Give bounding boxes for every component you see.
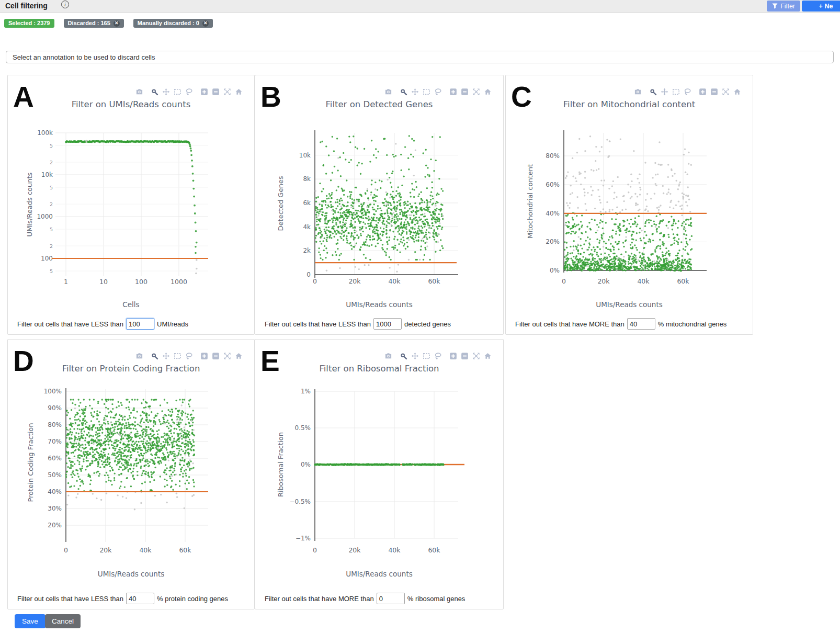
zoom-out-icon[interactable] xyxy=(212,88,220,96)
plot-area-genes[interactable]: 02k4k6k8k10k020k40k60kDetected Genes xyxy=(255,120,504,300)
zoom-icon[interactable] xyxy=(151,352,158,360)
pan-icon[interactable] xyxy=(411,352,419,360)
svg-text:40k: 40k xyxy=(139,546,152,554)
svg-text:30%: 30% xyxy=(48,505,62,512)
protein-threshold-input[interactable] xyxy=(126,593,154,604)
x-axis-label-b: UMIs/Reads counts xyxy=(255,300,503,309)
pan-icon[interactable] xyxy=(411,88,419,96)
svg-text:60k: 60k xyxy=(677,277,689,285)
cancel-button[interactable]: Cancel xyxy=(45,614,81,628)
pan-icon[interactable] xyxy=(661,88,668,96)
svg-text:60k: 60k xyxy=(428,277,440,285)
pan-icon[interactable] xyxy=(162,352,170,360)
download-plot-icon[interactable] xyxy=(634,88,642,96)
reset-axes-icon[interactable] xyxy=(484,88,492,96)
zoom-out-icon[interactable] xyxy=(212,352,220,360)
lasso-select-icon[interactable] xyxy=(185,88,193,96)
panel-umi-filter: A Filter on UMIs/Reads counts 100k10k100… xyxy=(7,75,255,335)
autoscale-icon[interactable] xyxy=(223,88,231,96)
filter-row-a: Filter out cells that have LESS than UMI… xyxy=(17,318,188,330)
svg-text:50%: 50% xyxy=(48,471,62,479)
zoom-out-icon[interactable] xyxy=(710,88,718,96)
discarded-count-badge: Discarded : 165 ✕ xyxy=(64,19,124,28)
umi-threshold-input[interactable] xyxy=(126,318,154,330)
box-select-icon[interactable] xyxy=(174,88,181,96)
svg-text:0%: 0% xyxy=(550,267,560,274)
box-select-icon[interactable] xyxy=(423,88,430,96)
zoom-out-icon[interactable] xyxy=(461,88,469,96)
plot-area-protein[interactable]: 100%90%80%70%60%50%40%30%20%020k40k60kPr… xyxy=(8,384,255,564)
selected-count-badge: Selected : 2379 xyxy=(4,19,54,28)
autoscale-icon[interactable] xyxy=(472,352,480,360)
zoom-out-icon[interactable] xyxy=(461,352,469,360)
svg-text:40k: 40k xyxy=(388,277,401,285)
selected-count-label: Selected : 2379 xyxy=(8,20,50,27)
chart-svg: 100%90%80%70%60%50%40%30%20%020k40k60kPr… xyxy=(8,384,255,562)
box-select-icon[interactable] xyxy=(672,88,680,96)
plot-modebar xyxy=(630,88,741,96)
download-plot-icon[interactable] xyxy=(384,88,392,96)
zoom-icon[interactable] xyxy=(151,88,158,96)
filter-text-after-a: UMI/reads xyxy=(157,320,188,328)
lasso-select-icon[interactable] xyxy=(434,352,442,360)
discarded-close-icon[interactable]: ✕ xyxy=(113,20,120,27)
svg-text:10k: 10k xyxy=(41,171,53,178)
save-button[interactable]: Save xyxy=(15,614,46,628)
filter-row-c: Filter out cells that have MORE than % m… xyxy=(515,318,727,330)
annotation-select[interactable]: Select an annotation to be used to disca… xyxy=(6,51,834,63)
autoscale-icon[interactable] xyxy=(223,352,231,360)
pan-icon[interactable] xyxy=(162,88,170,96)
svg-text:−0.5%: −0.5% xyxy=(289,498,311,505)
zoom-icon[interactable] xyxy=(649,88,657,96)
svg-text:Mitochondrial content: Mitochondrial content xyxy=(526,164,534,239)
plot-area-umi[interactable]: 100k10k100010052525251101001000UMIs/Read… xyxy=(8,120,255,300)
plot-title-d: Filter on Protein Coding Fraction xyxy=(8,364,254,374)
plot-area-ribo[interactable]: 1%0.5%0%−0.5%−1%020k40k60kRibosomal Frac… xyxy=(255,384,504,564)
download-plot-icon[interactable] xyxy=(135,352,143,360)
zoom-icon[interactable] xyxy=(400,88,407,96)
lasso-select-icon[interactable] xyxy=(185,352,193,360)
filter-button[interactable]: Filter xyxy=(767,1,800,12)
lasso-select-icon[interactable] xyxy=(684,88,691,96)
zoom-icon[interactable] xyxy=(400,352,407,360)
reset-axes-icon[interactable] xyxy=(235,352,243,360)
svg-text:100: 100 xyxy=(41,255,53,262)
filter-text-before-d: Filter out cells that have LESS than xyxy=(17,595,123,603)
ribo-threshold-input[interactable] xyxy=(377,593,405,604)
svg-text:0.5%: 0.5% xyxy=(295,424,311,432)
filter-button-label: Filter xyxy=(780,3,795,10)
manually-discarded-close-icon[interactable]: ✕ xyxy=(202,20,209,27)
svg-text:0: 0 xyxy=(313,546,317,554)
svg-text:5: 5 xyxy=(50,268,53,274)
reset-axes-icon[interactable] xyxy=(484,352,492,360)
annotation-select-placeholder: Select an annotation to be used to disca… xyxy=(13,53,155,61)
plot-modebar xyxy=(381,352,492,360)
zoom-in-icon[interactable] xyxy=(449,88,457,96)
autoscale-icon[interactable] xyxy=(472,88,480,96)
zoom-in-icon[interactable] xyxy=(200,88,208,96)
zoom-in-icon[interactable] xyxy=(449,352,457,360)
info-icon[interactable]: i xyxy=(61,1,69,8)
filter-text-after-d: % protein coding genes xyxy=(157,595,228,603)
download-plot-icon[interactable] xyxy=(135,88,143,96)
mito-threshold-input[interactable] xyxy=(627,318,655,330)
svg-text:4k: 4k xyxy=(303,223,311,231)
download-plot-icon[interactable] xyxy=(384,352,392,360)
svg-text:60k: 60k xyxy=(179,546,191,554)
zoom-in-icon[interactable] xyxy=(699,88,707,96)
new-button[interactable]: + Ne xyxy=(802,1,840,12)
filter-text-before-a: Filter out cells that have LESS than xyxy=(17,320,123,328)
svg-text:2: 2 xyxy=(50,201,53,207)
zoom-in-icon[interactable] xyxy=(200,352,208,360)
lasso-select-icon[interactable] xyxy=(434,88,442,96)
filter-row-e: Filter out cells that have MORE than % r… xyxy=(265,593,465,604)
autoscale-icon[interactable] xyxy=(722,88,730,96)
plot-area-mito[interactable]: 0%20%40%60%80%020k40k60kMitochondrial co… xyxy=(506,120,754,300)
reset-axes-icon[interactable] xyxy=(733,88,741,96)
reset-axes-icon[interactable] xyxy=(235,88,243,96)
svg-text:2k: 2k xyxy=(303,247,311,254)
box-select-icon[interactable] xyxy=(174,352,181,360)
box-select-icon[interactable] xyxy=(423,352,430,360)
genes-threshold-input[interactable] xyxy=(373,318,402,330)
svg-text:60%: 60% xyxy=(48,455,62,462)
